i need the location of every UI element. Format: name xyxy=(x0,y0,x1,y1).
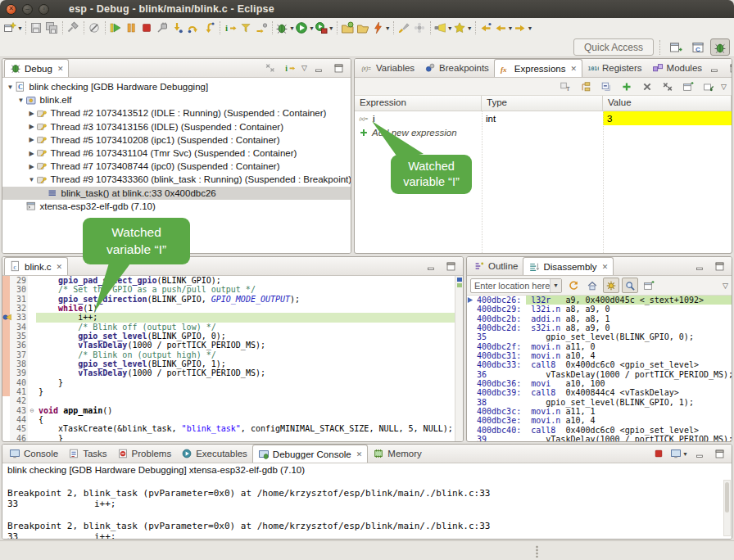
show-logical-structure-button[interactable] xyxy=(578,79,593,95)
location-input[interactable]: Enter location here xyxy=(471,281,550,291)
editor-line-number[interactable]: 29 xyxy=(10,276,28,285)
open-perspective-button[interactable] xyxy=(666,38,686,56)
disassembly-row[interactable]: 400dbc39: call8 0x400844c4 <vTaskDelay> xyxy=(467,388,732,397)
editor-line[interactable]: 36 vTaskDelay(1000 / portTICK_PERIOD_MS)… xyxy=(2,341,463,350)
new-view-button[interactable] xyxy=(680,79,695,95)
editor-line-number[interactable]: 37 xyxy=(10,350,28,359)
editor-line[interactable]: 39 vTaskDelay(1000 / portTICK_PERIOD_MS)… xyxy=(2,368,463,377)
remove-all-expressions-button[interactable] xyxy=(659,79,675,95)
close-icon[interactable]: ✕ xyxy=(57,65,64,73)
dropdown-arrow-icon[interactable]: ▼ xyxy=(528,25,533,31)
debug-bug-button[interactable]: ▼ xyxy=(275,20,295,36)
minimize-button[interactable] xyxy=(692,445,708,462)
suspend-button[interactable] xyxy=(124,20,139,36)
save-all-button[interactable] xyxy=(44,20,60,36)
dropdown-arrow-icon[interactable]: ▼ xyxy=(289,25,295,31)
tree-expand-arrow[interactable]: ▼ xyxy=(27,176,36,183)
console-scrollbar[interactable] xyxy=(723,480,731,536)
console-tab-console[interactable]: Console xyxy=(4,445,63,463)
disassembly-row[interactable]: 38 gpio_set_level(BLINK_GPIO, 1); xyxy=(467,398,732,407)
tab-blink-c[interactable]: c blink.c ✕ xyxy=(4,257,68,275)
dropdown-arrow-icon[interactable]: ▼ xyxy=(17,25,23,31)
quick-access-button[interactable]: Quick Access xyxy=(573,38,654,56)
minimize-button[interactable] xyxy=(311,60,327,76)
close-icon[interactable]: ✕ xyxy=(570,65,577,73)
editor-line[interactable]: 37 /* Blink on (output high) */ xyxy=(2,350,463,359)
value-cell[interactable]: 3 xyxy=(603,111,732,125)
disassembly-row[interactable]: 400dbc3c: movi.n a11, 1 xyxy=(467,407,732,416)
editor-overview-ruler[interactable] xyxy=(455,276,463,441)
flash-button[interactable]: ▼ xyxy=(371,20,391,36)
disassembly-row[interactable]: 400dbc40: call8 0x400dc6c0 <gpio_set_lev… xyxy=(467,426,732,435)
disassembly-listing[interactable]: 400dbc26: l32r a9, 0x400d045c <_stext+10… xyxy=(467,296,732,441)
editor-line[interactable]: 45 xTaskCreate(&blink_task, "blink_task"… xyxy=(2,424,463,433)
dropdown-arrow-icon[interactable]: ▼ xyxy=(467,25,473,31)
disassembly-row[interactable]: 400dbc3e: movi.n a10, 4 xyxy=(467,416,732,425)
editor-line-number[interactable]: 39 xyxy=(10,368,28,377)
tree-item[interactable]: ▶Thread #5 1073410208 (ipc1) (Suspended … xyxy=(2,133,351,147)
window-close-button[interactable]: ✕ xyxy=(6,4,16,15)
disassembly-row[interactable]: 400dbc2d: s32i.n a8, a9, 0 xyxy=(467,323,732,332)
editor-line[interactable]: 29 gpio_pad_select_gpio(BLINK_GPIO); xyxy=(2,276,463,285)
tree-item[interactable]: ▶Thread #7 1073408744 (ipc0) (Suspended … xyxy=(2,160,351,173)
expression-cell[interactable]: (x)=i xyxy=(355,111,482,125)
dropdown-arrow-icon[interactable]: ▼ xyxy=(385,25,391,31)
new-wizard-button[interactable]: ▼ xyxy=(3,20,23,36)
step-over-button[interactable] xyxy=(186,20,202,36)
expressions-tab-expressions[interactable]: fxExpressions✕ xyxy=(494,59,582,77)
refresh-button[interactable] xyxy=(565,278,582,293)
expressions-tab-modules[interactable]: Modules xyxy=(647,59,707,77)
disassembly-row[interactable]: 400dbc33: call8 0x400dc6c0 <gpio_set_lev… xyxy=(467,360,732,369)
tree-expand-arrow[interactable]: ▶ xyxy=(27,123,36,130)
editor-line[interactable]: 44{ xyxy=(2,415,463,424)
debug-perspective-button[interactable] xyxy=(710,38,730,56)
format-brush-button[interactable] xyxy=(396,20,412,36)
location-combo[interactable]: Enter location here ▼ xyxy=(470,278,562,293)
back-button[interactable]: ▼ xyxy=(494,20,514,36)
console-tab-debugger-console[interactable]: Debugger Console✕ xyxy=(252,445,368,463)
editor-line[interactable]: 30 /* Set the GPIO as a push/pull output… xyxy=(2,285,463,294)
add-expression-row[interactable]: Add new expression xyxy=(355,125,732,139)
open-project-button[interactable] xyxy=(356,20,371,36)
column-header-type[interactable]: Type xyxy=(482,96,603,111)
terminate-console-button[interactable] xyxy=(650,445,666,462)
pin-view-button[interactable] xyxy=(700,79,716,95)
skip-breakpoints-button[interactable] xyxy=(87,20,102,36)
dropdown-arrow-icon[interactable]: ▼ xyxy=(508,25,514,31)
remove-all-terminated-button[interactable] xyxy=(262,60,278,76)
disassembly-tab-disassembly[interactable]: Disassembly✕ xyxy=(523,257,614,275)
instruction-stepping-mode-button[interactable]: i xyxy=(282,60,297,76)
expressions-tab-breakpoints[interactable]: Breakpoints xyxy=(419,59,494,77)
mark-star-button[interactable]: ▼ xyxy=(453,20,473,36)
disassembly-tab-outline[interactable]: Outline xyxy=(469,257,523,275)
tree-item[interactable]: blink_task() at blink.c:33 0x400dbc26 xyxy=(2,187,351,200)
collapse-all-button[interactable] xyxy=(598,79,614,95)
disassembly-row[interactable]: 400dbc2f: movi.n a11, 0 xyxy=(467,342,732,351)
close-icon[interactable]: ✕ xyxy=(356,450,363,458)
resume-button[interactable] xyxy=(108,20,124,36)
new-view-button[interactable] xyxy=(641,278,657,293)
dropdown-arrow-icon[interactable]: ▼ xyxy=(682,451,688,457)
terminate-button[interactable] xyxy=(139,20,155,36)
column-header-expression[interactable]: Expression xyxy=(355,96,482,111)
step-into-button[interactable] xyxy=(170,20,186,36)
tree-item[interactable]: ▼Cblink checking [GDB Hardware Debugging… xyxy=(2,80,351,93)
last-edit-button[interactable] xyxy=(478,20,494,36)
expressions-tab-registers[interactable]: 1010Registers xyxy=(582,59,647,77)
home-button[interactable] xyxy=(584,278,600,293)
tree-item[interactable]: ▼blink.elf xyxy=(2,93,351,106)
editor-line[interactable]: 43⊖void app_main() xyxy=(2,406,463,415)
maximize-button[interactable] xyxy=(331,60,347,76)
editor-fold-marker[interactable]: ⊖ xyxy=(28,406,36,415)
dropdown-arrow-icon[interactable]: ▼ xyxy=(309,25,315,31)
dropdown-arrow-icon[interactable]: ▼ xyxy=(447,25,453,31)
editor-line-number[interactable]: 35 xyxy=(10,332,28,341)
column-header-value[interactable]: Value xyxy=(603,96,732,111)
instruction-step-button[interactable]: i xyxy=(223,20,238,36)
tree-item[interactable]: ▶Thread #6 1073431104 (Tmr Svc) (Suspend… xyxy=(2,147,351,160)
source-editor[interactable]: 29 gpio_pad_select_gpio(BLINK_GPIO);30 /… xyxy=(2,276,463,441)
external-tools-button[interactable]: ▼ xyxy=(315,20,334,36)
expressions-tab-variables[interactable]: (x)=Variables xyxy=(356,59,419,77)
build-button[interactable] xyxy=(66,20,81,36)
sync-gear-button[interactable] xyxy=(603,278,619,293)
